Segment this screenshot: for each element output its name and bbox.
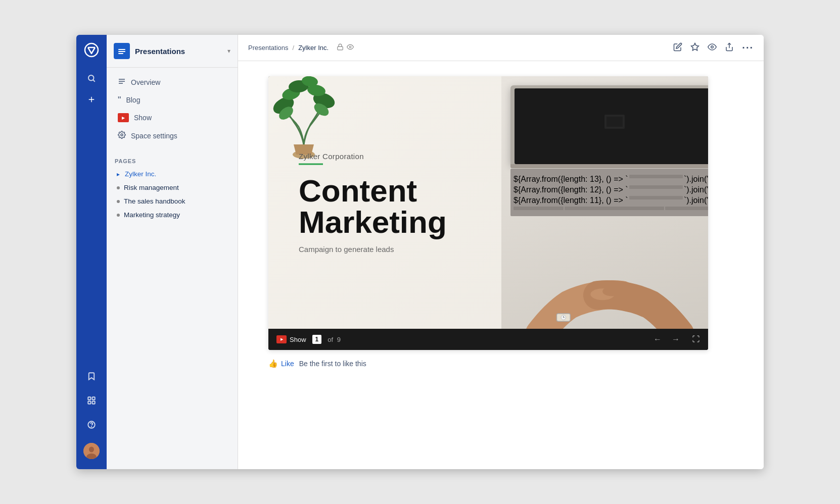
presentation-controls: ▶ Show 1 of 9 ← → [268, 329, 708, 350]
blog-icon: " [118, 95, 121, 105]
page-label-risk: Risk management [124, 184, 179, 191]
share-icon[interactable] [725, 42, 734, 54]
thumbs-up-icon: 👍 [268, 359, 278, 368]
like-label: Like [281, 360, 294, 368]
svg-rect-5 [92, 397, 95, 399]
show-label: Show [290, 336, 306, 343]
svg-point-38 [602, 286, 622, 296]
svg-point-24 [711, 45, 714, 48]
slide-title: Content Marketing [299, 175, 447, 238]
svg-line-1 [93, 80, 95, 81]
space-name: Presentations [135, 47, 222, 56]
eye-icon[interactable] [708, 42, 717, 54]
svg-rect-6 [88, 401, 90, 404]
page-bullet-icon [117, 214, 120, 217]
page-item-sales[interactable]: The sales handbook [107, 194, 238, 208]
breadcrumb: Presentations / Zylker Inc. [248, 43, 354, 52]
watch-small-icon [347, 43, 354, 52]
sidebar-item-space-settings[interactable]: Space settings [110, 127, 235, 144]
svg-rect-16 [118, 53, 123, 54]
search-nav-icon[interactable] [82, 69, 101, 87]
pages-section-label: PAGES [107, 150, 238, 167]
like-section: 👍 Like Be the first to like this [268, 359, 733, 368]
sidebar-header[interactable]: Presentations ▾ [107, 35, 238, 68]
main-content: Presentations / Zylker Inc. [238, 35, 764, 469]
more-icon[interactable]: ··· [742, 42, 754, 54]
svg-rect-15 [118, 51, 125, 52]
svg-point-22 [349, 46, 351, 48]
like-button[interactable]: 👍 Like [268, 359, 294, 368]
topbar: Presentations / Zylker Inc. [238, 35, 764, 61]
topbar-actions: ··· [673, 42, 754, 54]
sidebar: Presentations ▾ Overview " Blog [107, 35, 238, 469]
grid-nav-icon[interactable] [82, 391, 101, 410]
show-button[interactable]: ▶ Show [276, 335, 306, 343]
sidebar-nav: Overview " Blog Show [107, 68, 238, 150]
overview-icon [118, 77, 126, 87]
presentation-container: ${Array.from({length: 13}, () => ``).joi… [268, 76, 708, 350]
slide-accent-line [299, 164, 323, 165]
slide-area: ${Array.from({length: 13}, () => ``).joi… [268, 76, 708, 329]
like-description: Be the first to like this [299, 360, 366, 368]
overview-label: Overview [131, 78, 160, 86]
breadcrumb-current: Zylker Inc. [298, 44, 329, 52]
svg-rect-4 [88, 397, 90, 399]
edit-icon[interactable] [673, 42, 682, 54]
sidebar-item-overview[interactable]: Overview [110, 73, 235, 91]
svg-rect-36 [606, 117, 623, 127]
slide-text: Zylker Corporation Content Marketing Cam… [299, 152, 447, 254]
lock-icon [337, 43, 344, 52]
page-item-risk[interactable]: Risk management [107, 181, 238, 194]
page-item-zylker[interactable]: ▸ Zylker Inc. [107, 167, 238, 181]
sidebar-chevron-icon[interactable]: ▾ [227, 47, 230, 55]
create-nav-icon[interactable] [82, 90, 101, 109]
page-number-box: 1 [312, 335, 322, 344]
blog-label: Blog [126, 96, 140, 104]
fullscreen-button[interactable] [692, 335, 700, 344]
avatar[interactable] [82, 442, 101, 460]
page-bullet-icon [117, 186, 120, 189]
show-label: Show [134, 114, 152, 122]
show-play-icon: ▶ [276, 335, 287, 343]
page-item-marketing[interactable]: Marketing strategy [107, 208, 238, 222]
svg-point-0 [88, 75, 94, 81]
slide-company: Zylker Corporation [299, 152, 447, 161]
next-slide-button[interactable]: → [670, 334, 682, 345]
svg-rect-21 [338, 46, 343, 49]
page-label-zylker: Zylker Inc. [125, 170, 156, 178]
app-logo[interactable] [82, 41, 101, 59]
breadcrumb-home[interactable]: Presentations [248, 44, 289, 52]
svg-rect-7 [92, 401, 95, 404]
prev-slide-button[interactable]: ← [651, 334, 664, 345]
bookmark-nav-icon[interactable] [82, 367, 101, 385]
page-expand-icon: ▸ [117, 171, 120, 178]
svg-point-11 [89, 447, 94, 452]
sidebar-item-show[interactable]: Show [110, 109, 235, 126]
svg-point-20 [121, 134, 123, 136]
page-label-sales: The sales handbook [124, 197, 185, 205]
content-area: ${Array.from({length: 13}, () => ``).joi… [238, 61, 764, 469]
slide-subtitle: Campaign to generate leads [299, 245, 447, 254]
help-nav-icon[interactable] [82, 416, 101, 434]
settings-icon [118, 131, 126, 140]
nav-rail [76, 35, 107, 469]
show-icon [118, 113, 129, 122]
space-settings-label: Space settings [131, 132, 177, 140]
page-total-info: of 9 [328, 336, 341, 343]
svg-marker-23 [691, 43, 699, 50]
star-icon[interactable] [690, 42, 699, 54]
svg-rect-14 [118, 49, 125, 50]
page-label-marketing: Marketing strategy [124, 211, 180, 219]
hands-visual [506, 228, 708, 329]
page-bullet-icon [117, 200, 120, 203]
plant-decoration [268, 76, 364, 162]
sidebar-pages: ▸ Zylker Inc. Risk management The sales … [107, 167, 238, 227]
sidebar-item-blog[interactable]: " Blog [110, 91, 235, 109]
laptop-hands-area: ${Array.from({length: 13}, () => ``).joi… [501, 76, 708, 329]
space-icon [114, 43, 130, 59]
breadcrumb-separator: / [293, 44, 295, 52]
